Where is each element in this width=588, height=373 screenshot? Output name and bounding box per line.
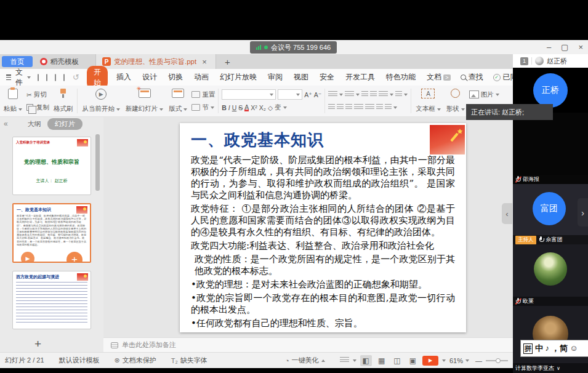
notes-toggle-icon[interactable] [340, 357, 349, 364]
shape-button[interactable]: 形状 [445, 87, 466, 114]
indent-icon[interactable] [370, 91, 377, 98]
copy-button[interactable]: 复制 [26, 102, 49, 113]
print-icon[interactable] [55, 74, 56, 81]
find-button[interactable]: 查找 [457, 72, 487, 82]
ime-mode-icons[interactable]: 中 ♪ ，简 ☺ [535, 343, 578, 354]
strikethrough-button[interactable]: S [238, 104, 243, 111]
menu-transition[interactable]: 切换 [163, 72, 188, 82]
font-color-button[interactable]: A [244, 103, 249, 111]
numbered-list-icon[interactable] [345, 91, 354, 98]
sidebar-scrollbar[interactable] [95, 134, 100, 191]
slide-thumbnail-1[interactable]: 1 ★ 入党积极分子培训党课 党的理想、性质和宗旨 主讲人： 赵正桥 [12, 137, 91, 195]
clear-format-button[interactable]: ◇ [268, 104, 273, 111]
play-slide-button[interactable]: ▶ [21, 252, 34, 263]
view-read-button[interactable]: ◫ [391, 355, 403, 366]
line-spacing-icon[interactable] [395, 91, 402, 98]
zoom-slider-knob[interactable] [496, 358, 501, 363]
video-tile-2[interactable]: 邵海报 [513, 122, 588, 184]
tab-docer[interactable]: 稻壳模板 [34, 54, 95, 69]
menu-devtools[interactable]: 开发工具 [340, 72, 380, 82]
tab-close-icon[interactable]: × [202, 57, 207, 66]
tab-document[interactable]: P 党的理想、性质与宗旨.ppt × [95, 54, 216, 69]
distribute-icon[interactable] [365, 104, 374, 111]
italic-button[interactable]: I [228, 104, 230, 111]
expand-panel-button[interactable]: › [578, 198, 588, 227]
protection-status[interactable]: ⊗ 文档未保护 [115, 356, 156, 365]
view-slideshow-button[interactable]: ▣ [407, 355, 419, 366]
zoom-out-button[interactable]: — [475, 357, 482, 364]
meeting-id-pill[interactable]: 会议号 755 199 646 [250, 41, 337, 54]
menu-review[interactable]: 审阅 [263, 72, 288, 82]
participant-count-badge[interactable]: 1 [520, 57, 528, 65]
export-icon[interactable] [46, 74, 47, 81]
menu-animation[interactable]: 动画 [189, 72, 214, 82]
slide-thumbnail-2-selected[interactable]: 2 ★ 一、政党基本知识 政党是“代表一定阶级、阶层或集团的根本利益，由其中一部… [12, 203, 91, 263]
ime-toolbar[interactable]: 拼 中 ♪ ，简 ☺ [520, 340, 588, 357]
video-tile-3[interactable]: 富团 › 主持人 佘富团 [513, 184, 588, 244]
menu-security[interactable]: 安全 [315, 72, 339, 82]
collapse-panel-tab[interactable]: ‹ [502, 203, 512, 224]
align-right-icon[interactable] [345, 104, 352, 111]
minimize-button[interactable]: – [547, 42, 551, 52]
bold-button[interactable]: B [222, 104, 227, 111]
picture-button[interactable]: 图片 [469, 89, 499, 100]
save-icon[interactable] [38, 74, 39, 81]
collapse-sidebar-button[interactable]: « [4, 119, 8, 128]
design-template-label[interactable]: 默认设计模板 [59, 356, 100, 365]
format-painter-button[interactable]: 格式刷 [52, 87, 75, 114]
text-box-button[interactable]: A 文本框 [414, 87, 441, 114]
new-slide-button[interactable]: 新建幻灯片 [124, 87, 164, 114]
text-direction-icon[interactable] [376, 104, 383, 111]
chevron-down-icon[interactable]: ∨ [557, 366, 560, 371]
beautify-button[interactable]: ◔ 一键美化 [285, 356, 325, 365]
ime-pinyin-icon[interactable]: 拼 [523, 343, 533, 354]
font-family-select[interactable] [222, 89, 276, 100]
menu-doc-assistant[interactable]: 文档 > [422, 72, 456, 82]
menu-features[interactable]: 特色功能 [381, 72, 421, 82]
font-size-select[interactable] [278, 89, 302, 100]
view-sorter-button[interactable]: ▦ [376, 355, 387, 366]
video-tile-4[interactable]: 欧莱 [513, 244, 588, 306]
slide-thumbnail-3[interactable]: 3 ★ 西方政党的起源与演进 [12, 271, 91, 329]
reset-button[interactable]: 重置 [191, 89, 215, 100]
layout-button[interactable]: 版式 [167, 87, 188, 114]
align-left-icon[interactable] [328, 104, 335, 111]
section-button[interactable]: 节 [191, 102, 215, 113]
menu-insert[interactable]: 插入 [111, 72, 136, 82]
underline-button[interactable]: U [232, 104, 237, 111]
bullet-list-icon[interactable] [328, 91, 337, 98]
cut-button[interactable]: ✂ 剪切 [26, 89, 49, 100]
paste-button[interactable]: 粘贴 [2, 87, 23, 114]
zoom-level[interactable]: 61% [449, 357, 469, 364]
video-tile-5[interactable]: 拼 中 ♪ ，简 ☺ 计算数学李亚杰 ∨ [513, 306, 588, 373]
add-slide-button[interactable]: + [34, 337, 41, 351]
missing-font-status[interactable]: T₂ 缺失字体 [171, 356, 207, 365]
menu-slideshow[interactable]: 幻灯片放映 [215, 72, 262, 82]
menu-file[interactable]: 文件 [4, 67, 33, 88]
undo-icon[interactable]: ↺ [73, 73, 79, 82]
close-button[interactable]: × [578, 42, 583, 52]
justify-icon[interactable] [354, 104, 363, 111]
new-tab-button[interactable]: + [216, 54, 239, 69]
tab-slides-active[interactable]: 幻灯片 [47, 118, 83, 130]
subscript-button[interactable]: X₂ [259, 104, 266, 111]
text-transform-button[interactable]: 变 [275, 103, 281, 112]
view-normal-button[interactable]: ◧ [360, 355, 372, 366]
slideshow-play-button[interactable]: ▶ [422, 356, 438, 366]
notes-bar[interactable]: 单击此处添加备注 [103, 337, 513, 352]
tab-outline[interactable]: 大纲 [28, 119, 41, 129]
outdent-icon[interactable] [361, 91, 368, 98]
increase-font-button[interactable]: A⁺ [304, 91, 312, 98]
align-objects-icon[interactable] [385, 104, 392, 111]
decrease-font-button[interactable]: A⁻ [314, 91, 322, 98]
menu-view[interactable]: 视图 [289, 72, 313, 82]
play-from-current-button[interactable]: ▶ 从当前开始 [81, 87, 121, 114]
preview-icon[interactable] [63, 74, 65, 81]
menu-design[interactable]: 设计 [137, 72, 162, 82]
maximize-button[interactable]: ▢ [561, 42, 568, 52]
align-center-icon[interactable] [337, 104, 344, 111]
superscript-button[interactable]: X² [251, 104, 257, 111]
zoom-slider[interactable] [486, 360, 508, 361]
current-slide[interactable]: 一、政党基本知识 政党是“代表一定阶级、阶层或集团的根本利益，由其中一部分最积极… [180, 123, 466, 332]
tab-home[interactable]: 首页 [2, 56, 33, 67]
